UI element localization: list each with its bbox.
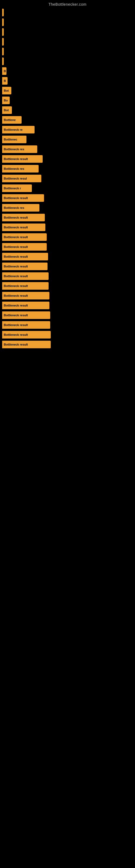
bar-label-27: Bottleneck result bbox=[4, 265, 28, 268]
bar-label-32: Bottleneck result bbox=[4, 314, 28, 317]
bar-label-20: Bottleneck result bbox=[4, 196, 28, 199]
bar-row-2 bbox=[0, 18, 135, 27]
bar-row-11: Bot bbox=[0, 105, 135, 115]
bar-label-26: Bottleneck result bbox=[4, 255, 28, 258]
bar-label-34: Bottleneck result bbox=[4, 333, 28, 336]
bar-row-4 bbox=[0, 37, 135, 46]
bar-label-22: Bottleneck result bbox=[4, 216, 28, 219]
bar-label-23: Bottleneck result bbox=[4, 226, 28, 229]
bar-row-18: Bottleneck resul bbox=[0, 174, 135, 183]
bar-label-29: Bottleneck result bbox=[4, 284, 28, 287]
bar-row-21: Bottleneck res bbox=[0, 203, 135, 213]
bar-row-27: Bottleneck result bbox=[0, 261, 135, 271]
bar-row-30: Bottleneck result bbox=[0, 291, 135, 301]
bar-row-29: Bottleneck result bbox=[0, 281, 135, 291]
bar-label-15: Bottleneck res bbox=[4, 148, 24, 151]
bar-label-31: Bottleneck result bbox=[4, 304, 28, 307]
bar-label-35: Bottleneck result bbox=[4, 343, 28, 346]
bar-row-23: Bottleneck result bbox=[0, 222, 135, 232]
bar-label-18: Bottleneck resul bbox=[4, 177, 27, 180]
bar-row-16: Bottleneck result bbox=[0, 154, 135, 164]
bar-label-28: Bottleneck result bbox=[4, 275, 28, 278]
bar-row-12: Bottlene bbox=[0, 115, 135, 125]
bar-row-6 bbox=[0, 56, 135, 66]
bar-row-20: Bottleneck result bbox=[0, 193, 135, 203]
site-title: TheBottlenecker.com bbox=[0, 0, 135, 8]
bar-row-3 bbox=[0, 27, 135, 37]
bar-label-21: Bottleneck res bbox=[4, 206, 24, 209]
bar-row-31: Bottleneck result bbox=[0, 301, 135, 310]
bar-label-17: Bottleneck res bbox=[4, 167, 24, 170]
bar-label-9: Bot bbox=[4, 89, 9, 92]
bar-row-17: Bottleneck res bbox=[0, 164, 135, 174]
bar-row-7: B bbox=[0, 66, 135, 76]
bar-label-19: Bottleneck r bbox=[4, 187, 21, 190]
bar-row-8: B bbox=[0, 76, 135, 86]
bar-row-34: Bottleneck result bbox=[0, 330, 135, 340]
bar-row-24: Bottleneck result bbox=[0, 232, 135, 242]
bar-label-14: Bottlenec bbox=[4, 138, 17, 141]
bar-row-22: Bottleneck result bbox=[0, 213, 135, 222]
bar-label-24: Bottleneck result bbox=[4, 236, 28, 239]
bar-label-25: Bottleneck result bbox=[4, 245, 28, 248]
bar-label-8: B bbox=[4, 79, 6, 83]
bar-row-10: Bo bbox=[0, 95, 135, 105]
bar-label-13: Bottleneck re bbox=[4, 128, 23, 131]
bar-row-1 bbox=[0, 8, 135, 18]
bar-row-26: Bottleneck result bbox=[0, 252, 135, 261]
bar-row-9: Bot bbox=[0, 86, 135, 95]
bar-row-15: Bottleneck res bbox=[0, 144, 135, 154]
bar-label-12: Bottlene bbox=[4, 118, 16, 122]
bar-row-32: Bottleneck result bbox=[0, 310, 135, 320]
bar-label-10: Bo bbox=[4, 99, 8, 102]
bar-row-35: Bottleneck result bbox=[0, 340, 135, 349]
bar-label-11: Bot bbox=[4, 108, 9, 112]
bar-label-30: Bottleneck result bbox=[4, 294, 28, 297]
bar-row-13: Bottleneck re bbox=[0, 125, 135, 134]
bar-row-33: Bottleneck result bbox=[0, 320, 135, 330]
bar-row-14: Bottlenec bbox=[0, 134, 135, 144]
bar-label-7: B bbox=[4, 69, 6, 73]
bar-row-28: Bottleneck result bbox=[0, 271, 135, 281]
bar-row-19: Bottleneck r bbox=[0, 183, 135, 193]
bar-label-16: Bottleneck result bbox=[4, 157, 28, 161]
bar-label-33: Bottleneck result bbox=[4, 323, 28, 327]
bar-row-25: Bottleneck result bbox=[0, 242, 135, 252]
bar-row-5 bbox=[0, 46, 135, 56]
